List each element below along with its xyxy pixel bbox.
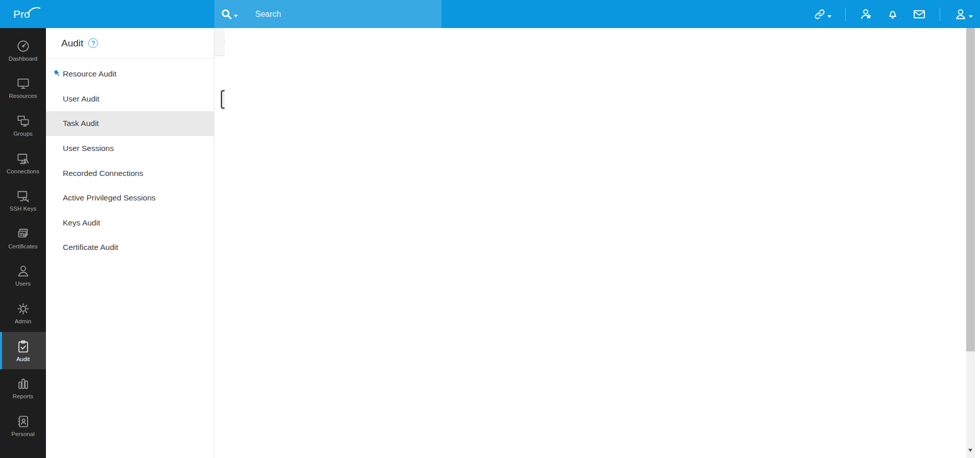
search-caret-icon — [234, 15, 238, 17]
ssh-key-icon — [16, 189, 30, 203]
main-sidebar: Dashboard Resources Groups Connections S… — [0, 28, 46, 458]
sidebar-item-dashboard[interactable]: Dashboard — [0, 32, 46, 69]
submenu-item-active-privileged-sessions[interactable]: Active Privileged Sessions — [46, 186, 214, 211]
search-icon — [220, 8, 233, 20]
scrollbar-down-arrow-icon[interactable] — [968, 449, 972, 452]
monitor-icon — [16, 77, 30, 90]
quick-link-caret-icon — [827, 15, 831, 18]
vertical-scrollbar[interactable] — [966, 28, 975, 458]
certificate-icon — [16, 227, 30, 241]
logo-swoosh-icon — [27, 6, 40, 15]
sidebar-item-ssh-keys[interactable]: SSH Keys — [0, 182, 46, 219]
submenu-header: Audit ? — [46, 28, 214, 59]
search-placeholder: Search — [255, 10, 281, 19]
sidebar-item-users[interactable]: Users — [0, 257, 46, 295]
sidebar-item-certificates[interactable]: Certificates — [0, 219, 46, 257]
user-star-icon[interactable] — [860, 8, 873, 21]
sidebar-item-reports[interactable]: Reports — [0, 369, 46, 407]
topbar: Password Manager Pro Search — [0, 0, 980, 28]
clipboard-check-icon — [16, 340, 30, 353]
submenu-list: Resource Audit User Audit Task Audit Use… — [46, 59, 214, 260]
notifications-bell-icon[interactable] — [887, 8, 899, 20]
account-menu-icon[interactable] — [954, 8, 973, 21]
sidebar-item-personal[interactable]: Personal — [0, 407, 46, 445]
help-icon[interactable]: ? — [88, 38, 98, 48]
submenu-item-resource-audit[interactable]: Resource Audit — [46, 62, 214, 87]
mail-icon[interactable] — [913, 8, 926, 21]
submenu-item-certificate-audit[interactable]: Certificate Audit — [46, 235, 214, 260]
submenu-item-user-audit[interactable]: User Audit — [46, 87, 214, 112]
logo-text: Password Manager — [225, 28, 975, 458]
pin-icon — [53, 69, 61, 80]
bar-chart-icon — [16, 377, 30, 391]
sidebar-item-connections[interactable]: Connections — [0, 144, 46, 182]
scrollbar-thumb[interactable] — [966, 28, 975, 351]
audit-submenu: Audit ? Resource Audit User Audit Task A… — [46, 28, 214, 458]
sidebar-item-audit[interactable]: Audit — [0, 332, 46, 370]
account-caret-icon — [969, 15, 973, 18]
user-icon — [16, 264, 30, 278]
topbar-divider — [940, 8, 940, 21]
quick-link-icon[interactable] — [814, 8, 831, 20]
gear-icon — [16, 302, 30, 316]
sidebar-item-groups[interactable]: Groups — [0, 107, 46, 144]
topbar-divider — [845, 8, 846, 21]
submenu-item-keys-audit[interactable]: Keys Audit — [46, 211, 214, 236]
submenu-item-user-sessions[interactable]: User Sessions — [46, 136, 214, 161]
sidebar-item-admin[interactable]: Admin — [0, 294, 46, 332]
sidebar-item-resources[interactable]: Resources — [0, 69, 46, 107]
personal-book-icon — [16, 415, 30, 428]
global-search[interactable]: Search — [214, 0, 442, 28]
monitor-group-icon — [16, 114, 30, 128]
topbar-icons — [814, 0, 973, 28]
submenu-item-task-audit[interactable]: Task Audit — [46, 111, 214, 136]
submenu-item-recorded-connections[interactable]: Recorded Connections — [46, 161, 214, 186]
submenu-title: Audit — [61, 38, 83, 49]
app-logo: Password Manager Pro — [10, 0, 40, 28]
gauge-icon — [16, 39, 30, 53]
remote-connection-icon — [16, 152, 30, 166]
